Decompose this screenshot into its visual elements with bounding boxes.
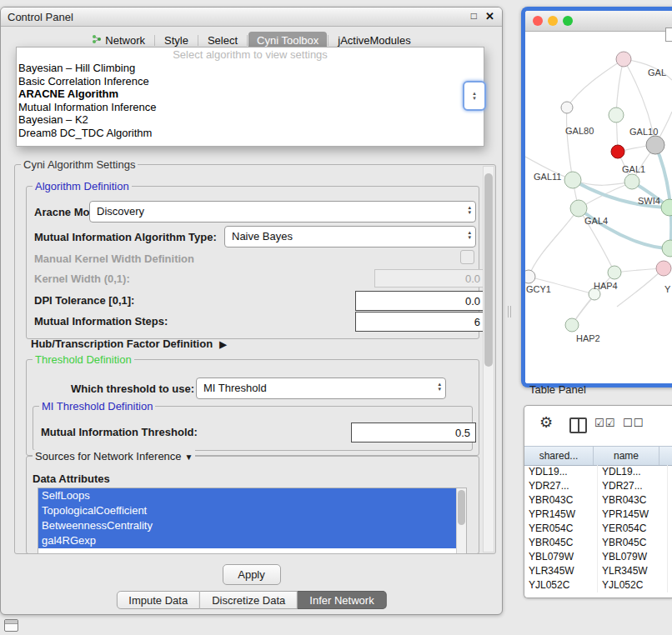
table-row[interactable]: YBL079WYBL079W [524, 550, 672, 564]
table-header[interactable]: shared...name [524, 446, 672, 466]
list-item-topologicalcoefficient[interactable]: TopologicalCoefficient [38, 503, 460, 518]
stepper-icon: ▴▾ [468, 205, 471, 215]
tab-label: Network [105, 34, 145, 47]
bottom-tab-infer-network[interactable]: Infer Network [298, 591, 386, 609]
control-panel-window: Control Panel □ ✕ NetworkStyleSelectCyni… [0, 7, 503, 615]
mi-steps-field[interactable]: 6 [355, 312, 486, 332]
deselect-all-columns-icon[interactable]: ☐☐ [623, 417, 644, 429]
network-node[interactable] [611, 145, 624, 158]
network-node[interactable] [564, 172, 581, 188]
table-row[interactable]: YDR27...YDR27...12 [524, 479, 672, 493]
table-row[interactable]: YDL19...YDL19...13 [524, 465, 672, 479]
list-item-selfloops[interactable]: SelfLoops [38, 488, 460, 503]
table-cell: YBR045C [598, 536, 668, 550]
network-node[interactable] [570, 200, 587, 217]
stepper-down-icon: ▾ [468, 235, 471, 240]
data-attributes-label: Data Attributes [33, 472, 110, 485]
table-row[interactable]: YER054CYER054C8. [524, 522, 672, 536]
network-node[interactable] [609, 108, 624, 122]
collapsed-arrow-icon: ▶ [219, 339, 226, 349]
network-edge [616, 59, 624, 115]
column-header-shared[interactable]: shared... [524, 447, 594, 465]
aracne-mode-combo[interactable]: Discovery ▴▾ [89, 201, 476, 222]
table-row[interactable]: YBR043CYBR043C [524, 493, 672, 508]
table-cell: YDR27... [598, 479, 668, 493]
table-row[interactable]: YPR145WYPR145W9. [524, 508, 672, 522]
tab-label: Cyni Toolbox [257, 34, 318, 47]
network-node[interactable] [646, 136, 664, 154]
mi-threshold-field[interactable]: 0.5 [351, 422, 476, 442]
table-row[interactable]: YLR345WYLR345W9. [524, 564, 672, 578]
menu-item-aracne-algorithm[interactable]: ARACNE Algorithm [17, 88, 484, 101]
network-canvas[interactable]: GALGAL80GAL10GAL11GAL1SWI4GAL4GCY1HAP4HA… [525, 32, 672, 383]
which-threshold-label: Which threshold to use: [71, 382, 194, 395]
restore-panel-icon[interactable] [4, 619, 18, 632]
table-cell: YJL052C [598, 578, 668, 592]
table-cell [668, 578, 672, 592]
list-item-gal4rgexp[interactable]: gal4RGexp [38, 533, 460, 548]
apply-button[interactable]: Apply [223, 564, 281, 585]
network-node[interactable] [525, 270, 535, 283]
network-node[interactable] [561, 102, 573, 113]
menu-item-bayesian-hill-climbing[interactable]: Bayesian – Hill Climbing [17, 62, 484, 75]
scrollbar-thumb[interactable] [458, 490, 465, 525]
select-all-columns-icon[interactable]: ☑☑ [594, 417, 615, 429]
table-cell: YLR345W [524, 564, 598, 578]
table-row[interactable]: YBR045CYBR045C9. [524, 536, 672, 550]
close-traffic-light-icon[interactable] [533, 16, 543, 26]
network-node[interactable] [565, 318, 579, 332]
gear-icon[interactable]: ⚙ [539, 413, 553, 432]
network-node[interactable] [662, 240, 672, 257]
table-cell: 9. [668, 564, 672, 578]
network-edge [617, 268, 664, 307]
network-icon [92, 34, 102, 47]
network-node[interactable] [616, 52, 631, 67]
kernel-width-field[interactable]: 0.0 [374, 269, 486, 288]
network-edge [566, 108, 573, 180]
menu-item-basic-correlation-inference[interactable]: Basic Correlation Inference [17, 75, 484, 88]
cyni-settings-legend: Cyni Algorithm Settings [21, 158, 138, 171]
attributes-list-scrollbar[interactable] [456, 488, 466, 553]
column-header-name[interactable]: name [594, 447, 659, 465]
network-node[interactable] [624, 174, 639, 189]
sources-legend[interactable]: Sources for Network Inference▼ [33, 450, 195, 462]
bottom-tab-discretize-data[interactable]: Discretize Data [200, 591, 298, 609]
hub-definition-label: Hub/Transcription Factor Definition [31, 338, 213, 350]
table-cell: YBL079W [598, 550, 668, 564]
column-header-2[interactable] [659, 447, 672, 465]
network-edge [529, 208, 579, 277]
zoom-traffic-light-icon[interactable] [563, 16, 573, 26]
scrollbar-thumb[interactable] [484, 173, 493, 367]
table-cell: 12 [668, 479, 672, 493]
hub-definition-toggle[interactable]: Hub/Transcription Factor Definition▶ [31, 338, 227, 350]
show-columns-icon[interactable] [569, 418, 587, 433]
menu-item-dream8-dc-tdc-algorithm[interactable]: Dream8 DC_TDC Algorithm [17, 127, 484, 140]
bottom-tab-impute-data[interactable]: Impute Data [116, 591, 200, 609]
manual-kernel-width-checkbox[interactable] [460, 250, 474, 264]
control-panel-titlebar[interactable]: Control Panel □ ✕ [1, 8, 502, 27]
float-window-icon[interactable]: □ [471, 10, 477, 22]
network-view-window: GALGAL80GAL10GAL11GAL1SWI4GAL4GCY1HAP4HA… [521, 7, 672, 388]
tab-divider [154, 35, 155, 46]
mi-algo-type-combo[interactable]: Naive Bayes ▴▾ [224, 226, 476, 248]
menu-item-bayesian-k2[interactable]: Bayesian – K2 [17, 113, 484, 127]
network-node[interactable] [656, 261, 671, 276]
dpi-tolerance-field[interactable]: 0.0 [355, 291, 486, 311]
which-threshold-combo[interactable]: MI Threshold ▴▾ [196, 378, 446, 399]
birdseye-toggle-icon[interactable] [665, 28, 672, 42]
table-row[interactable]: YJL052CYJL052C [524, 578, 672, 592]
data-attributes-list[interactable]: SelfLoopsTopologicalCoefficientBetweenne… [38, 488, 467, 554]
table-cell: 9. [668, 536, 672, 550]
algorithm-definition-legend: Algorithm Definition [33, 180, 132, 192]
menu-item-mutual-information-inference[interactable]: Mutual Information Inference [17, 101, 484, 114]
close-icon[interactable]: ✕ [485, 10, 494, 22]
panel-splitter-handle[interactable] [508, 306, 513, 318]
network-window-titlebar[interactable] [525, 11, 672, 32]
minimize-traffic-light-icon[interactable] [548, 16, 558, 26]
list-item-betweennesscentrality[interactable]: BetweennessCentrality [38, 518, 460, 533]
table-cell: 9. [668, 508, 672, 522]
network-node[interactable] [608, 266, 621, 279]
node-label-gcy1: GCY1 [526, 284, 551, 294]
settings-scrollbar[interactable] [483, 166, 494, 552]
algorithm-combo-focus-edge[interactable]: ▴ ▾ [463, 81, 486, 111]
